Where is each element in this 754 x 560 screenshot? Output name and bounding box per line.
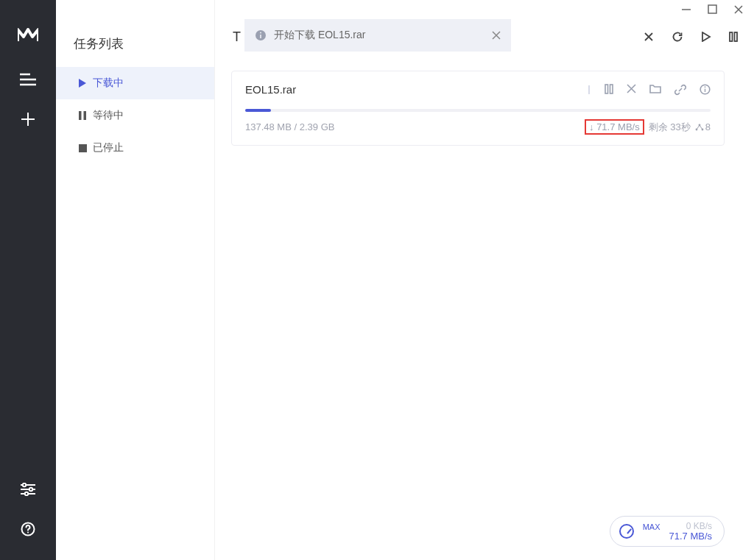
minimize-icon[interactable] <box>681 4 691 15</box>
toast-text: 开始下载 EOL15.rar <box>274 29 365 42</box>
task-remove-icon[interactable] <box>627 84 636 96</box>
task-pause-icon[interactable] <box>605 84 613 96</box>
progress-bar <box>245 109 711 112</box>
task-divider-icon <box>587 84 591 96</box>
svg-point-0 <box>23 483 26 486</box>
svg-rect-10 <box>735 32 738 41</box>
pause-icon <box>72 111 93 120</box>
play-icon <box>72 79 93 88</box>
delete-all-icon[interactable] <box>644 32 654 42</box>
download-speed: 71.7 MB/s <box>669 531 712 542</box>
add-task-icon[interactable] <box>13 104 43 134</box>
progress-fill <box>245 109 271 112</box>
sidebar-item-label: 已停止 <box>93 141 124 155</box>
task-connections: 8 <box>695 121 711 132</box>
help-icon[interactable] <box>13 514 43 544</box>
svg-point-2 <box>25 492 28 495</box>
sidebar-item-downloading[interactable]: 下载中 <box>56 67 214 99</box>
sidebar-item-stopped[interactable]: 已停止 <box>56 132 214 164</box>
task-speed-highlight: ↓ 71.7 MB/s <box>585 119 644 135</box>
svg-rect-18 <box>705 88 705 92</box>
task-actions <box>587 84 711 96</box>
sidebar-item-waiting[interactable]: 等待中 <box>56 99 214 132</box>
sidebar-title: 任务列表 <box>56 26 214 67</box>
sidebar-item-label: 等待中 <box>93 109 124 122</box>
svg-point-13 <box>260 32 261 34</box>
main-area: 开始下载 EOL15.rar T EOL15.rar <box>215 0 754 560</box>
sidebar: 任务列表 下载中 等待中 已停止 <box>56 0 215 560</box>
speed-widget[interactable]: MAX 0 KB/s 71.7 MB/s <box>610 516 725 547</box>
window-controls <box>681 4 744 15</box>
speed-max-label: MAX <box>643 522 660 531</box>
task-link-icon[interactable] <box>674 84 686 96</box>
svg-rect-15 <box>605 85 608 93</box>
nav-rail <box>0 0 56 560</box>
close-window-icon[interactable] <box>733 4 744 15</box>
svg-rect-12 <box>260 35 261 38</box>
task-size: 137.48 MB / 2.39 GB <box>245 121 334 132</box>
page-title-partial: T <box>233 29 241 45</box>
close-toast-icon[interactable] <box>492 31 501 40</box>
task-filename: EOL15.rar <box>245 83 296 96</box>
task-folder-icon[interactable] <box>649 84 661 96</box>
svg-rect-5 <box>79 111 82 120</box>
pause-all-icon[interactable] <box>729 32 738 42</box>
svg-rect-8 <box>708 5 716 13</box>
svg-rect-16 <box>610 85 613 93</box>
gauge-icon <box>619 524 634 539</box>
refresh-icon[interactable] <box>672 31 683 43</box>
tasks-nav-icon[interactable] <box>13 65 43 94</box>
svg-rect-6 <box>84 111 87 120</box>
svg-point-4 <box>27 532 29 534</box>
app-logo <box>18 26 38 41</box>
svg-point-19 <box>705 86 706 88</box>
sidebar-item-label: 下载中 <box>93 77 124 90</box>
task-card[interactable]: EOL15.rar 137.48 MB / 2.39 GB ↓ <box>231 71 725 146</box>
maximize-icon[interactable] <box>708 4 717 15</box>
svg-rect-9 <box>730 32 733 41</box>
svg-rect-14 <box>588 85 590 94</box>
settings-icon[interactable] <box>13 475 43 504</box>
svg-rect-7 <box>79 144 87 152</box>
svg-point-1 <box>29 488 32 491</box>
info-icon <box>255 29 267 41</box>
task-remaining: 剩余 33秒 <box>649 121 691 134</box>
stop-icon <box>72 144 93 152</box>
notification-toast: 开始下载 EOL15.rar <box>244 19 511 52</box>
task-info-icon[interactable] <box>700 84 711 96</box>
toolbar <box>644 31 738 43</box>
upload-speed: 0 KB/s <box>669 521 712 531</box>
resume-all-icon[interactable] <box>701 32 711 42</box>
